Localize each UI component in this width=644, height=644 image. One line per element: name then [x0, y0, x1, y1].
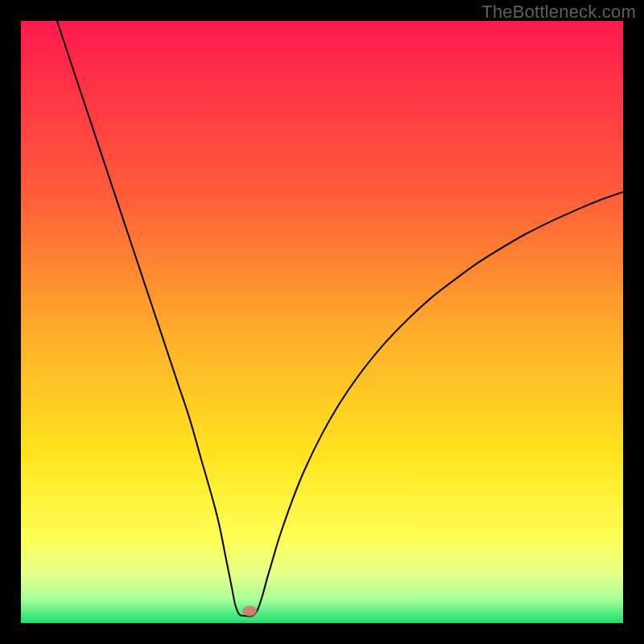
gradient-background	[21, 21, 623, 623]
watermark-text: TheBottleneck.com	[481, 2, 636, 23]
minimum-marker	[242, 605, 257, 616]
chart-svg	[21, 21, 623, 623]
plot-area	[21, 21, 623, 623]
chart-frame: TheBottleneck.com	[0, 0, 644, 644]
